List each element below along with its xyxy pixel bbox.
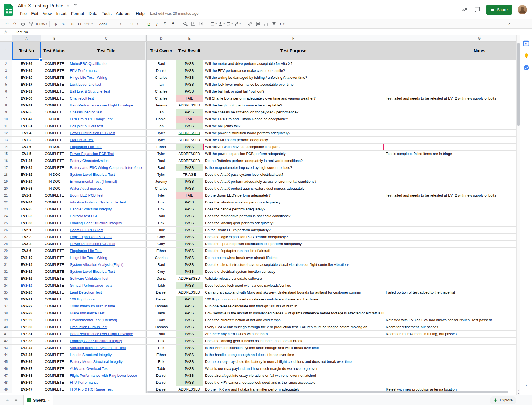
insert-comment-icon[interactable]	[254, 20, 262, 27]
row-number[interactable]: 42	[0, 338, 12, 344]
cell-test-title[interactable]: Software Validation Test	[68, 275, 145, 282]
cell-test-no[interactable]: EV1-6	[12, 144, 41, 150]
cell-link[interactable]: Battery and ESC Wiring Compass Interefen…	[70, 165, 143, 170]
cell-test-status[interactable]: IN DOC	[41, 116, 68, 123]
cell-test-no[interactable]: EV1-5	[12, 151, 41, 157]
filter-icon[interactable]	[270, 20, 278, 27]
cell-notes[interactable]	[384, 296, 520, 303]
cell-test-owner[interactable]: Erik	[147, 199, 176, 206]
row-number[interactable]: 35	[0, 289, 12, 296]
format-currency-button[interactable]: $	[52, 20, 59, 27]
cell-test-title[interactable]: Flopdapter Life Test	[68, 144, 145, 150]
cell-test-title[interactable]: FRX Pro & RC Range Test	[68, 386, 145, 393]
cell-test-title[interactable]: Charliebolt test	[68, 95, 145, 102]
cell-test-result[interactable]: PASS	[176, 88, 203, 95]
cell-test-owner[interactable]: Ethan	[147, 248, 176, 254]
row-number[interactable]: 41	[0, 331, 12, 337]
cell-test-title[interactable]: System Level Electrical Test	[68, 171, 145, 178]
cell-link[interactable]: Hinge Life Test - Wiring	[70, 256, 107, 260]
cell-test-no[interactable]: EV1-29	[12, 178, 41, 185]
cell-notes[interactable]	[384, 261, 520, 268]
column-header-a[interactable]: A	[12, 35, 41, 41]
cell-test-purpose[interactable]: How senstive is the aircraft to imbalanc…	[203, 310, 384, 317]
cell-test-purpose[interactable]: Do the boom wires break over aircraft li…	[203, 254, 384, 261]
cell-test-status[interactable]: COMPLETE	[41, 268, 68, 275]
cell-test-status[interactable]: COMPLETE	[41, 379, 68, 386]
cell-test-purpose[interactable]: Will the power distribution board perfor…	[203, 130, 384, 136]
cell-test-purpose[interactable]: Does the logic expansion PCB perform ade…	[203, 234, 384, 240]
cell-test-title[interactable]: FPV Performance	[68, 379, 145, 386]
row-number[interactable]: 11	[0, 123, 12, 129]
cell-test-status[interactable]: COMPLETE	[41, 151, 68, 157]
all-sheets-button[interactable]: ≡	[12, 396, 21, 405]
cell-notes[interactable]	[384, 206, 520, 213]
cell-test-result[interactable]: PASS	[176, 379, 203, 386]
cell-test-title[interactable]: FRX Pro & RC Range Test	[68, 116, 145, 123]
cell-test-no[interactable]: EV1-61	[12, 123, 41, 129]
cell-test-no[interactable]: EV1-31	[12, 102, 41, 109]
cell-test-title[interactable]: Battery Mount Structural Integrity	[68, 358, 145, 365]
cell-test-title[interactable]: Land Detection Test	[68, 289, 145, 296]
column-header-f[interactable]: F	[203, 35, 384, 41]
cell-test-no[interactable]: EV2-47	[12, 386, 41, 393]
cell-link[interactable]: Land Detection Test	[70, 290, 102, 294]
cell-test-no[interactable]: EV2-15	[12, 268, 41, 275]
cell-test-no[interactable]: EV2-16	[12, 275, 41, 282]
cell-test-owner[interactable]: Ethan	[147, 144, 176, 150]
row-number[interactable]: 27	[0, 234, 12, 240]
cell-test-owner[interactable]: Tyler	[147, 151, 176, 157]
row-number[interactable]: 31	[0, 261, 12, 268]
cell-test-title[interactable]: 100hr minimum Burn in time	[68, 303, 145, 310]
cell-test-result[interactable]: PASS	[176, 261, 203, 268]
cell-link[interactable]: Battery Characterization	[70, 159, 108, 163]
cell-link[interactable]: Water / dust ingress	[70, 186, 102, 190]
cell-notes[interactable]	[384, 81, 520, 88]
functions-menu[interactable]: Σ ▾	[278, 20, 286, 27]
row-number[interactable]: 2	[0, 60, 12, 67]
cell-test-title[interactable]: Baro Performance over Flight Envelope	[68, 331, 145, 337]
cell-test-result[interactable]: PASS	[176, 310, 203, 317]
cell-test-status[interactable]: COMPLETE	[41, 95, 68, 102]
row-number[interactable]: 1	[0, 42, 12, 60]
cell-link[interactable]: System Vibration Analysis (Flight)	[70, 263, 123, 267]
cell-test-status[interactable]: COMPLETE	[41, 248, 68, 254]
cell-test-owner[interactable]: Raul	[147, 331, 176, 337]
header-notes[interactable]: Notes	[384, 42, 520, 60]
cell-test-result[interactable]: PASS	[176, 338, 203, 344]
cell-test-result[interactable]: PASS	[176, 144, 203, 150]
cell-test-purpose[interactable]: Does the Alta X perform adequately acros…	[203, 178, 384, 185]
insert-link-icon[interactable]	[246, 20, 254, 27]
cell-test-status[interactable]: COMPLETE	[41, 331, 68, 337]
cell-test-owner[interactable]: Tyler	[147, 192, 176, 199]
cell-test-purpose[interactable]: Will the FRX Pro and Futaba Range be acc…	[203, 116, 384, 123]
cell-test-status[interactable]: COMPLETE	[41, 317, 68, 324]
row-number[interactable]: 13	[0, 137, 12, 143]
cell-notes[interactable]	[384, 310, 520, 317]
cell-test-owner[interactable]: Tyler	[147, 137, 176, 143]
cell-test-result[interactable]: PASS	[176, 234, 203, 240]
row-number[interactable]: 7	[0, 95, 12, 102]
cell-test-no[interactable]: EV1-53	[12, 185, 41, 192]
cell-link[interactable]: Hinge Life Test - Wiring	[70, 75, 107, 80]
cell-notes[interactable]	[384, 234, 520, 240]
row-number[interactable]: 16	[0, 157, 12, 164]
cell-test-owner[interactable]: Daniel	[147, 289, 176, 296]
cell-test-purpose[interactable]: Does the landing gear function as intend…	[203, 338, 384, 344]
cell-notes[interactable]	[384, 130, 520, 136]
cell-notes[interactable]	[384, 60, 520, 67]
cell-test-purpose[interactable]: Does the aircraft structure have unaccep…	[203, 261, 384, 268]
cell-link[interactable]: Landing Gear Structural Integrity	[70, 339, 122, 343]
row-number[interactable]: 28	[0, 241, 12, 247]
cell-test-owner[interactable]: Ethan	[147, 351, 176, 358]
row-number[interactable]: 44	[0, 351, 12, 358]
row-number[interactable]: 14	[0, 144, 12, 150]
italic-button[interactable]: I	[153, 20, 161, 27]
cell-test-owner[interactable]: Tyler	[147, 171, 176, 178]
cell-test-status[interactable]: COMPLETE	[41, 213, 68, 220]
cell-test-result[interactable]: PASS	[176, 178, 203, 185]
cell-test-no[interactable]: EV2-1	[12, 227, 41, 233]
cell-link[interactable]: Gimbal Performance Tests	[70, 283, 112, 287]
cell-test-owner[interactable]: Charles	[147, 254, 176, 261]
cell-test-result[interactable]: PASS	[176, 164, 203, 171]
cell-test-result[interactable]: PASS	[176, 81, 203, 88]
